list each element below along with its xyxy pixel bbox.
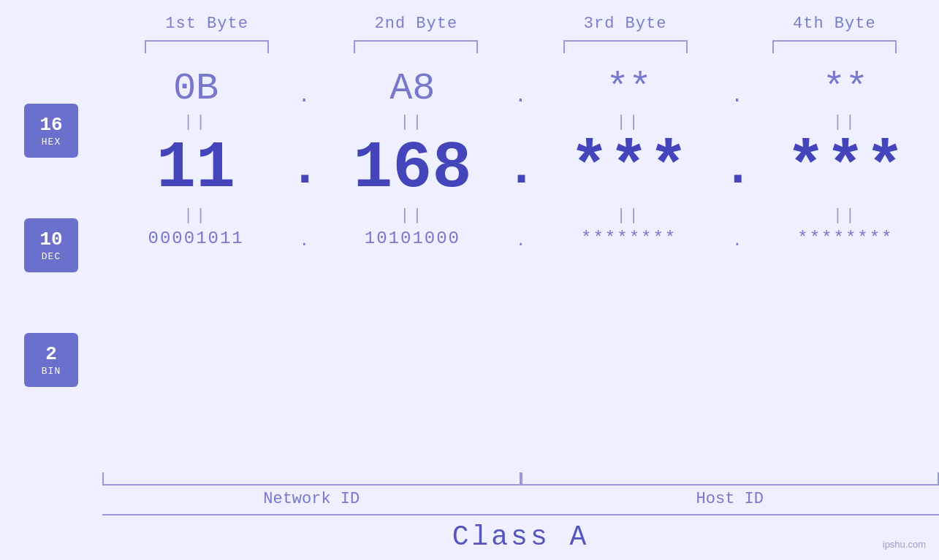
hex-value-1: 0B [173,60,218,114]
byte-headers: 1st Byte 2nd Byte 3rd Byte 4th Byte [0,0,939,33]
bin-badge: 2 BIN [24,333,78,387]
class-footer: Class A [0,514,939,560]
dec-sep-2: . [506,140,536,205]
bin-cell-1: 00001011 [102,229,289,248]
dec-sep-3: . [723,140,752,205]
hex-value-4: ** [823,60,868,114]
bin-cell-3: ******** [536,229,723,248]
bin-sep-3: . [723,226,752,250]
hex-cell-2: A8 [319,66,506,112]
bracket-line-2 [354,40,478,53]
host-id-label: Host ID [521,490,940,508]
dec-badge-label: DEC [42,251,61,262]
dec-badge: 10 DEC [24,218,78,272]
bin-cell-2: 10101000 [319,229,506,248]
bin-value-3: ******** [581,223,677,254]
dec-cell-1: 11 [102,133,289,205]
hex-sep-2: . [506,72,536,107]
bracket-labels: Network ID Host ID [102,490,939,508]
main-content: 16 HEX 10 DEC 2 BIN 0B . A8 [0,66,939,469]
equals-sep-3 [723,113,752,131]
hex-cell-3: ** [536,66,723,112]
dec-value-1: 11 [156,128,235,210]
class-line [102,514,939,515]
bin-badge-number: 2 [45,343,57,366]
data-rows: 0B . A8 . ** . ** || || [102,66,939,250]
bracket-cell-1 [102,40,311,53]
badges-column: 16 HEX 10 DEC 2 BIN [0,66,102,417]
bin-row: 00001011 . 10101000 . ******** . *******… [102,226,939,250]
hex-cell-1: 0B [102,66,289,112]
dec-sep-1: . [289,140,319,205]
bracket-line-1 [145,40,269,53]
bracket-line-4 [772,40,897,53]
equals-sep-6 [723,207,752,225]
network-id-label: Network ID [102,490,521,508]
byte1-header: 1st Byte [102,15,311,33]
dec-value-4: *** [786,128,905,210]
dec-row: 11 . 168 . *** . *** [102,133,939,205]
hex-badge-number: 16 [39,114,62,137]
bin-sep-1: . [289,226,319,250]
hex-sep-1: . [289,72,319,107]
bin-value-1: 00001011 [148,223,244,254]
class-label: Class A [102,521,939,560]
bracket-line-3 [563,40,688,53]
equals-sep-5 [506,207,536,225]
bottom-area: Network ID Host ID [0,472,939,508]
hex-sep-3: . [723,72,752,107]
bracket-cell-2 [311,40,520,53]
bottom-brackets [102,472,939,486]
hex-value-2: A8 [389,60,435,114]
hex-cell-4: ** [752,66,939,112]
bin-value-4: ******** [797,223,893,254]
dec-badge-number: 10 [39,229,62,251]
dec-value-2: 168 [353,128,471,210]
hex-badge-label: HEX [42,137,61,147]
watermark: ipshu.com [883,539,926,550]
bracket-cell-4 [730,40,939,53]
dec-value-3: *** [570,128,688,210]
main-container: 1st Byte 2nd Byte 3rd Byte 4th Byte 16 H… [0,0,939,560]
bin-cell-4: ******** [752,229,939,248]
host-bracket [521,472,940,486]
dec-cell-4: *** [752,133,939,205]
dec-cell-3: *** [536,133,723,205]
hex-row: 0B . A8 . ** . ** [102,66,939,112]
bracket-cell-3 [521,40,730,53]
dec-cell-2: 168 [319,133,506,205]
bin-badge-label: BIN [42,366,61,377]
bin-sep-2: . [506,226,536,250]
byte3-header: 3rd Byte [521,15,730,33]
equals-sep-1 [289,113,319,131]
top-brackets [0,40,939,53]
equals-sep-4 [289,207,319,225]
equals-sep-2 [506,113,536,131]
byte2-header: 2nd Byte [311,15,520,33]
byte4-header: 4th Byte [730,15,939,33]
network-bracket [102,472,521,486]
hex-badge: 16 HEX [24,104,78,158]
bin-value-2: 10101000 [365,223,460,254]
hex-value-3: ** [606,60,651,114]
